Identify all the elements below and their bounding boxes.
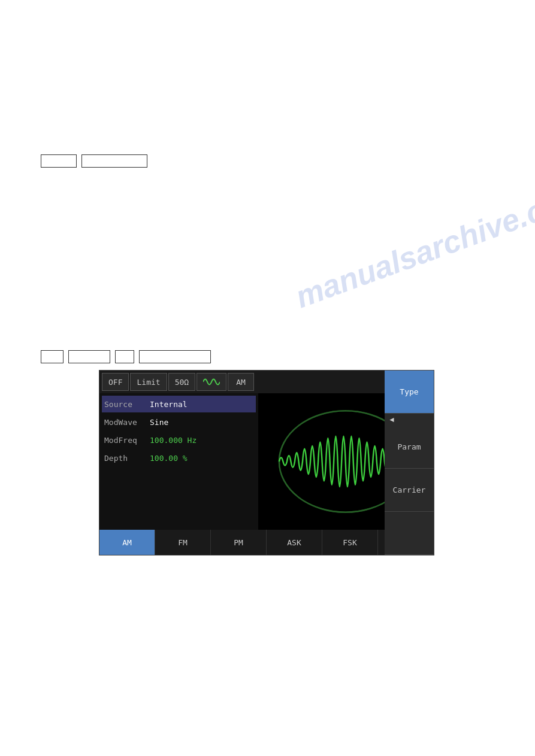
source-row: Source Internal bbox=[102, 396, 256, 412]
sidebar-arrow: ◄ bbox=[385, 414, 434, 426]
mid-box-1 bbox=[41, 350, 64, 363]
am-mod-button[interactable]: AM bbox=[99, 530, 155, 555]
impedance-button[interactable]: 50Ω bbox=[168, 373, 195, 391]
depth-label: Depth bbox=[102, 454, 150, 463]
ask-mod-button[interactable]: ASK bbox=[267, 530, 322, 555]
empty-button bbox=[385, 512, 434, 555]
limit-button[interactable]: Limit bbox=[130, 373, 167, 391]
watermark: manualsarchive.com bbox=[291, 176, 535, 315]
pm-mod-button[interactable]: PM bbox=[211, 530, 267, 555]
source-value: Internal bbox=[150, 400, 256, 409]
mid-placeholder-boxes bbox=[41, 350, 211, 363]
main-content-area: Source Internal ModWave Sine ModFreq 100… bbox=[99, 393, 434, 530]
right-sidebar: Type ◄ Param Carrier bbox=[385, 371, 434, 555]
modfreq-label: ModFreq bbox=[102, 436, 150, 445]
depth-value: 100.00 % bbox=[150, 454, 256, 463]
top-placeholder-boxes bbox=[41, 154, 147, 168]
sine-wave-button[interactable] bbox=[197, 373, 226, 391]
modfreq-row: ModFreq 100.000 Hz bbox=[102, 432, 256, 448]
mid-box-3 bbox=[115, 350, 134, 363]
mid-box-2 bbox=[68, 350, 110, 363]
type-button[interactable]: Type bbox=[385, 371, 434, 414]
data-panel: Source Internal ModWave Sine ModFreq 100… bbox=[99, 393, 258, 530]
modfreq-value: 100.000 Hz bbox=[150, 436, 256, 445]
status-bar: OFF Limit 50Ω AM bbox=[99, 371, 434, 393]
top-box-2 bbox=[81, 154, 147, 168]
top-box-1 bbox=[41, 154, 77, 168]
fm-mod-button[interactable]: FM bbox=[155, 530, 211, 555]
modwave-value: Sine bbox=[150, 418, 256, 427]
param-button[interactable]: Param bbox=[385, 426, 434, 469]
mid-box-4 bbox=[139, 350, 211, 363]
source-label: Source bbox=[102, 400, 150, 409]
sine-wave-icon bbox=[203, 377, 220, 387]
carrier-button[interactable]: Carrier bbox=[385, 469, 434, 512]
modulation-bar: AM FM PM ASK FSK PSK bbox=[99, 530, 434, 555]
fsk-mod-button[interactable]: FSK bbox=[322, 530, 378, 555]
off-button[interactable]: OFF bbox=[102, 373, 129, 391]
modwave-label: ModWave bbox=[102, 418, 150, 427]
modwave-row: ModWave Sine bbox=[102, 414, 256, 430]
am-status-button[interactable]: AM bbox=[228, 373, 254, 391]
instrument-display: OFF Limit 50Ω AM Source Internal ModWave… bbox=[99, 370, 434, 555]
depth-row: Depth 100.00 % bbox=[102, 450, 256, 466]
